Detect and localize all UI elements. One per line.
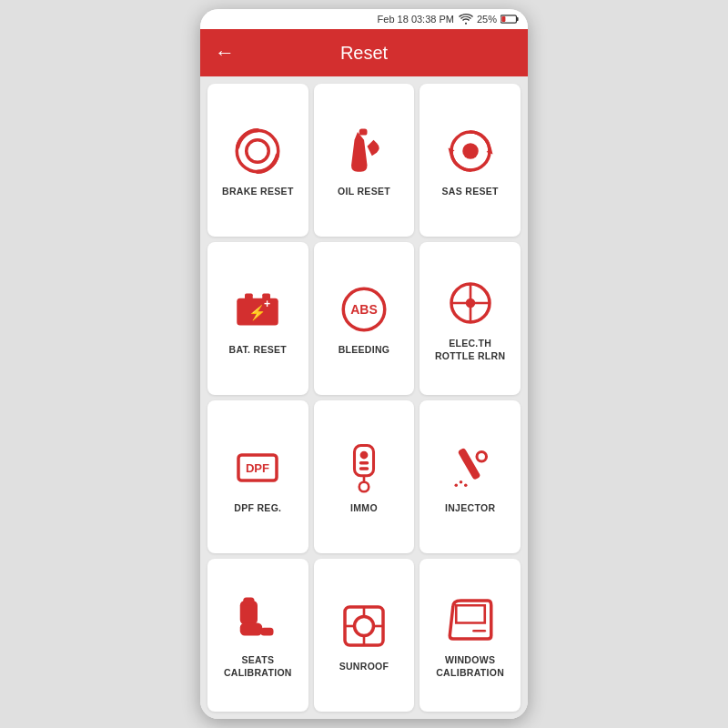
immo-icon — [337, 440, 391, 495]
svg-point-27 — [359, 482, 369, 492]
svg-rect-11 — [245, 294, 253, 300]
svg-point-39 — [354, 617, 373, 636]
sas-reset-button[interactable]: SAS RESET — [420, 84, 521, 237]
window-icon — [443, 592, 498, 647]
dpf-reg-button[interactable]: DPF DPF REG. — [207, 400, 308, 553]
status-time: Feb 18 03:38 PM — [378, 14, 454, 25]
svg-text:+: + — [264, 298, 270, 310]
bat-reset-button[interactable]: ⚡ + BAT. RESET — [207, 242, 308, 395]
immo-label: IMMO — [350, 502, 378, 515]
windows-calibration-label: WINDOWSCALIBRATION — [436, 654, 504, 679]
svg-point-4 — [247, 140, 269, 163]
status-icons: 25% — [459, 14, 519, 25]
oil-reset-button[interactable]: OIL RESET — [314, 84, 415, 237]
dpf-icon: DPF — [230, 440, 285, 495]
svg-text:DPF: DPF — [246, 461, 269, 475]
injector-button[interactable]: INJECTOR — [420, 400, 521, 553]
oil-icon — [337, 124, 391, 178]
seats-calibration-label: SEATSCALIBRATION — [224, 654, 292, 679]
svg-rect-36 — [244, 598, 255, 606]
svg-point-24 — [360, 451, 369, 460]
back-button[interactable]: ← — [215, 41, 235, 65]
bat-reset-label: BAT. RESET — [229, 344, 287, 357]
windows-calibration-button[interactable]: WINDOWSCALIBRATION — [420, 559, 521, 712]
battery-level: 25% — [477, 14, 497, 25]
sunroof-button[interactable]: SUNROOF — [314, 559, 415, 712]
sunroof-icon — [337, 599, 391, 653]
bleeding-button[interactable]: ABS BLEEDING — [314, 242, 415, 395]
dpf-reg-label: DPF REG. — [234, 502, 281, 515]
page-title: Reset — [246, 43, 482, 64]
app-header: ← Reset — [200, 29, 528, 76]
sunroof-label: SUNROOF — [339, 661, 389, 673]
abs-icon: ABS — [337, 282, 391, 337]
svg-rect-2 — [501, 16, 505, 22]
svg-rect-23 — [354, 446, 373, 476]
brake-reset-label: BRAKE RESET — [222, 186, 294, 198]
seats-calibration-button[interactable]: SEATSCALIBRATION — [207, 559, 308, 712]
svg-point-30 — [477, 452, 487, 462]
svg-rect-1 — [517, 17, 519, 21]
svg-rect-37 — [261, 628, 274, 636]
svg-text:ABS: ABS — [350, 302, 378, 317]
injector-icon — [443, 440, 498, 495]
phone-frame: Feb 18 03:38 PM 25% ← Reset BRAKE RESE — [200, 9, 528, 719]
menu-grid: BRAKE RESET OIL RESET SAS RESET ⚡ — [200, 76, 528, 719]
battery-reset-icon: ⚡ + — [230, 282, 285, 337]
svg-rect-5 — [359, 129, 368, 136]
brake-reset-button[interactable]: BRAKE RESET — [207, 84, 308, 237]
elec-throttle-button[interactable]: ELEC.THROTTLE RLRN — [420, 242, 521, 395]
oil-reset-label: OIL RESET — [338, 186, 390, 198]
seat-icon — [230, 592, 285, 647]
svg-point-32 — [464, 484, 468, 488]
brake-icon — [230, 124, 285, 178]
immo-button[interactable]: IMMO — [314, 400, 415, 553]
sas-reset-label: SAS RESET — [442, 186, 499, 198]
throttle-icon — [443, 276, 498, 330]
bleeding-label: BLEEDING — [339, 344, 390, 357]
injector-label: INJECTOR — [445, 502, 495, 515]
svg-rect-26 — [359, 467, 369, 470]
svg-point-33 — [454, 484, 458, 488]
svg-rect-35 — [240, 623, 263, 636]
svg-rect-25 — [359, 461, 369, 465]
elec-throttle-label: ELEC.THROTTLE RLRN — [435, 338, 505, 362]
status-bar: Feb 18 03:38 PM 25% — [200, 9, 528, 29]
sas-icon — [443, 124, 498, 178]
svg-point-20 — [465, 298, 475, 308]
wifi-icon — [459, 14, 473, 25]
svg-point-31 — [459, 480, 462, 484]
svg-point-7 — [462, 143, 479, 159]
battery-icon — [500, 14, 519, 25]
